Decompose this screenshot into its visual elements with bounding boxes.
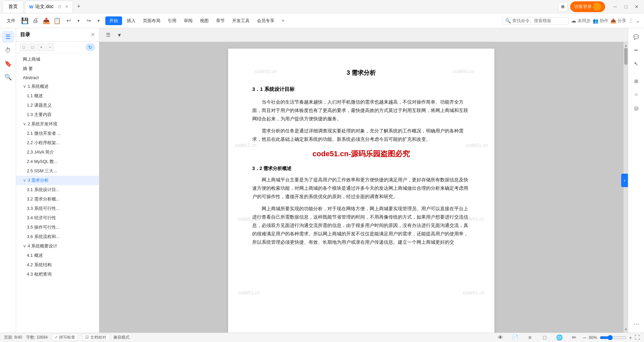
right-circle-icon[interactable]: ○ bbox=[630, 89, 642, 101]
toc-item[interactable]: 3.2 需求分析概... bbox=[16, 194, 99, 204]
menu-view[interactable]: 视图 bbox=[197, 16, 211, 25]
toc-item[interactable]: ∨ 2 系统开发环境 bbox=[16, 119, 99, 129]
toc-item[interactable]: ∨ 1 系统概述 bbox=[16, 82, 99, 91]
collab-area[interactable]: 👥 协作 bbox=[593, 18, 608, 24]
toc-item[interactable]: 2.5 SSM 三大... bbox=[16, 166, 99, 176]
close-tab-icon[interactable]: ⊡ bbox=[58, 4, 61, 9]
toc-item[interactable]: 1.1 概述 bbox=[16, 91, 99, 101]
sidebar-history-icon[interactable]: ⏱ bbox=[2, 44, 14, 56]
new-tab-button[interactable]: + bbox=[74, 2, 84, 11]
login-button[interactable]: 访客登录 bbox=[570, 1, 605, 12]
toc-item[interactable]: 4.1 概述 bbox=[16, 251, 99, 260]
minimize-button[interactable]: ─ bbox=[610, 2, 620, 11]
toc-item[interactable]: 3.1 系统设计目... bbox=[16, 185, 99, 194]
zoom-slider[interactable] bbox=[600, 335, 627, 340]
right-location-icon[interactable]: ◎ bbox=[630, 102, 642, 114]
status-web-icon[interactable]: 🌐 bbox=[553, 332, 566, 342]
right-cursor-icon[interactable]: ↖ bbox=[630, 58, 642, 70]
menu-review[interactable]: 审阅 bbox=[181, 16, 195, 25]
toc-ctrl-plus[interactable]: − bbox=[46, 44, 54, 51]
toc-item[interactable]: 2.4 MySQL 数... bbox=[16, 157, 99, 166]
toc-item[interactable]: 4.2 系统结构 bbox=[16, 260, 99, 270]
redo-icon[interactable]: ↪ bbox=[84, 16, 93, 25]
toc-ctrl-collapse[interactable]: □ bbox=[20, 44, 28, 51]
toc-close-button[interactable]: ✕ bbox=[91, 32, 95, 38]
toc-item[interactable]: 2.3 JAVA 简介 bbox=[16, 148, 99, 157]
fullscreen-btn[interactable]: ⛶ bbox=[635, 335, 640, 341]
doc-scroll[interactable]: code51.cn code51.cn code51.cn code51.cn … bbox=[99, 42, 623, 333]
toc-item[interactable]: 2.1 微信开发者 ... bbox=[16, 129, 99, 138]
menu-insert[interactable]: 插入 bbox=[124, 16, 138, 25]
scroll-thumb[interactable] bbox=[624, 48, 628, 65]
toc-item[interactable]: 2.2 小程序框架... bbox=[16, 138, 99, 148]
status-list-icon[interactable]: ≡ bbox=[524, 332, 536, 342]
scroll-down-button[interactable]: ▼ bbox=[624, 329, 628, 330]
doc-area: ☰ ▼ code51.cn code51.cn code51.cn code51… bbox=[99, 28, 628, 333]
zoom-minus-btn[interactable]: ─ bbox=[583, 335, 586, 340]
doc-arrow-icon[interactable]: ▼ bbox=[115, 30, 124, 40]
toolbar-more-button[interactable]: ⋮ bbox=[628, 17, 634, 24]
toc-item[interactable]: ∨ 4 系统概要设计 bbox=[16, 241, 99, 251]
pdf-icon[interactable]: 📋 bbox=[52, 16, 62, 25]
menu-dev[interactable]: 开发工具 bbox=[229, 16, 252, 25]
toc-item[interactable]: 3.6 系统流程和... bbox=[16, 232, 99, 241]
toc-refresh-button[interactable]: ↻ bbox=[86, 44, 95, 51]
share-area[interactable]: 📤 分享 bbox=[610, 18, 626, 24]
spell-check-button[interactable]: ✓ 拼写检查 bbox=[52, 334, 78, 341]
menu-chapter[interactable]: 章节 bbox=[213, 16, 227, 25]
right-more-icon[interactable]: ⋯ bbox=[630, 318, 642, 330]
toc-item[interactable]: 1.2 课题意义 bbox=[16, 101, 99, 110]
toc-item[interactable]: 3.4 经济可行性 bbox=[16, 213, 99, 223]
doc-toolbar: ☰ ▼ bbox=[99, 28, 628, 42]
search-input[interactable] bbox=[512, 18, 566, 23]
toc-item[interactable]: 1.3 主要内容 bbox=[16, 110, 99, 119]
sidebar-bookmark-icon[interactable]: 🔖 bbox=[2, 58, 14, 70]
doc-review-button[interactable]: ☑ 文档校对 bbox=[82, 334, 109, 341]
tab-home[interactable]: 首页 bbox=[3, 1, 23, 13]
toc-item[interactable]: Abstract bbox=[16, 73, 99, 82]
start-button[interactable]: 开始 bbox=[105, 16, 122, 25]
toc-ctrl-minus[interactable]: + bbox=[38, 44, 45, 51]
toc-item[interactable]: 摘 要 bbox=[16, 64, 99, 73]
sidebar-search-icon[interactable]: 🔍 bbox=[2, 71, 14, 83]
toc-item[interactable]: 3.5 操作可行性... bbox=[16, 223, 99, 232]
status-view-icon[interactable]: 👁 bbox=[494, 332, 506, 342]
menu-more[interactable]: > bbox=[279, 17, 287, 24]
redo-arrow-icon[interactable]: ▼ bbox=[94, 16, 103, 25]
zoom-plus-btn[interactable]: + bbox=[629, 335, 632, 340]
status-edit-icon[interactable]: ✏ bbox=[568, 332, 580, 342]
maximize-button[interactable]: □ bbox=[621, 2, 631, 11]
save-icon[interactable]: 💾 bbox=[20, 16, 30, 25]
print-icon[interactable]: 🖨 bbox=[31, 16, 40, 25]
toc-item[interactable]: 4.3 枇杷查询 bbox=[16, 270, 99, 279]
menu-reference[interactable]: 引用 bbox=[165, 16, 179, 25]
status-box-icon[interactable]: □ bbox=[539, 332, 551, 342]
toc-item[interactable]: ∨ 3 需求分析 bbox=[16, 176, 99, 185]
sidebar-toc-icon[interactable]: ☰ bbox=[2, 31, 14, 43]
compat-mode: 兼容模式 bbox=[113, 335, 129, 340]
avatar-icon bbox=[593, 3, 601, 11]
window-close-button[interactable]: ✕ bbox=[632, 2, 641, 11]
toolbar-collapse-button[interactable]: ⌄ bbox=[636, 17, 640, 24]
right-edit-icon[interactable]: ✏ bbox=[630, 44, 642, 56]
toc-ctrl-expand[interactable]: □ bbox=[29, 44, 36, 51]
right-panel-icon[interactable]: ⊞ bbox=[630, 75, 642, 87]
export-icon[interactable]: 📤 bbox=[42, 16, 51, 25]
doc-menu-icon[interactable]: ☰ bbox=[103, 30, 113, 40]
undo-arrow-icon[interactable]: ▼ bbox=[74, 16, 83, 25]
undo-icon[interactable]: ↩ bbox=[64, 16, 73, 25]
toc-item[interactable]: 3.3 系统可行性... bbox=[16, 204, 99, 213]
menu-file[interactable]: 文件 bbox=[4, 16, 18, 25]
titlebar-right: ⊞ 访客登录 ─ □ ✕ bbox=[558, 1, 641, 12]
menu-layout[interactable]: 页面布局 bbox=[140, 16, 163, 25]
right-comment-icon[interactable]: 💬 bbox=[630, 31, 642, 43]
menu-vip[interactable]: 会员专享 bbox=[254, 16, 277, 25]
tab-doc[interactable]: W 论文.doc ⊡ ✕ bbox=[25, 1, 73, 13]
status-page-icon[interactable]: 📄 bbox=[509, 332, 521, 342]
layout-button[interactable]: ⊞ bbox=[558, 2, 568, 11]
vertical-scrollbar[interactable]: ▲ ▼ bbox=[623, 42, 628, 333]
toc-item[interactable]: 网上商城 bbox=[16, 55, 99, 64]
scroll-up-button[interactable]: ▲ bbox=[624, 45, 628, 46]
close-doc-icon[interactable]: ✕ bbox=[65, 4, 68, 9]
float-right-button[interactable]: › bbox=[621, 174, 628, 187]
